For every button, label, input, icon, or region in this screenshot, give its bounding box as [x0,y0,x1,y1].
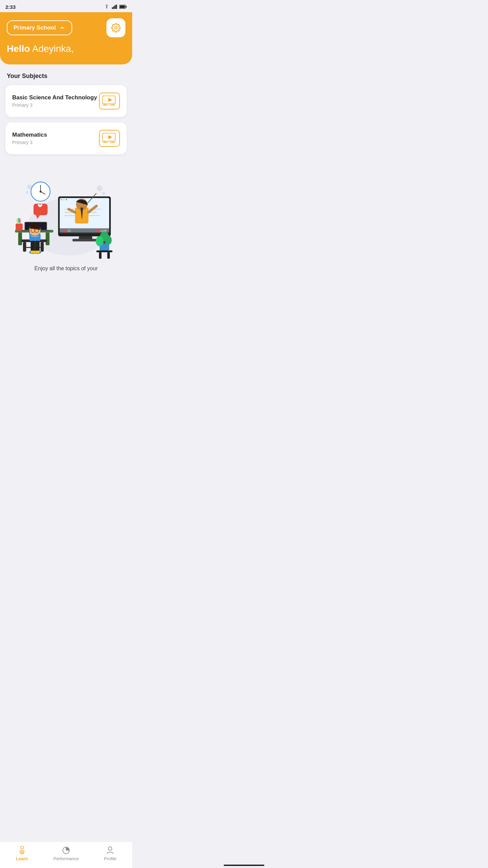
svg-text:72: 72 [67,229,71,233]
header-top: Primary School [7,18,125,37]
svg-rect-5 [120,5,125,8]
svg-rect-47 [35,241,40,252]
section-title: Your Subjects [0,73,132,80]
greeting-name: Adeyinka, [32,43,74,54]
svg-rect-81 [97,250,113,252]
svg-line-52 [19,218,19,222]
svg-marker-9 [108,98,113,102]
svg-rect-55 [35,251,40,253]
subject-name-1: Mathematics [12,132,47,138]
svg-rect-83 [107,252,110,259]
subject-level-1: Primary 3 [12,140,47,145]
status-bar: 2:33 [0,0,132,12]
subject-info-0: Basic Science And Technology Primary 3 [12,94,97,108]
illustration-container: 72 LIVE <> [5,166,127,261]
svg-point-27 [97,185,102,191]
svg-rect-33 [46,233,49,245]
svg-rect-59 [73,239,99,241]
gear-icon [111,23,121,33]
svg-rect-54 [30,251,35,253]
illustration-caption: Enjoy all the topics of your [35,265,98,275]
subject-level-0: Primary 3 [12,102,97,108]
school-selector[interactable]: Primary School [7,20,72,35]
svg-point-73 [97,229,100,232]
svg-line-51 [17,219,18,223]
status-time: 2:33 [5,4,16,10]
wifi-icon [104,4,110,9]
illustration-svg: 72 LIVE <> [5,166,127,261]
svg-point-24 [40,191,42,193]
battery-icon [119,5,127,9]
svg-point-7 [115,27,117,29]
illustration-section: 72 LIVE <> Enjoy all the topics of yo [0,160,132,275]
svg-marker-15 [108,135,113,139]
svg-text:<>: <> [60,197,64,200]
greeting-prefix: Hello [7,43,30,54]
svg-point-26 [26,191,28,194]
svg-point-71 [63,229,66,232]
svg-rect-87 [103,241,105,244]
signal-icon [112,4,117,9]
svg-point-85 [96,236,104,246]
school-selector-text: Primary School [14,24,56,31]
subject-card-1[interactable]: Mathematics Primary 3 [5,122,127,154]
greeting: Hello Adeyinka, [7,43,125,54]
subject-info-1: Mathematics Primary 3 [12,132,47,145]
chevron-up-icon [59,25,65,31]
status-icons [104,4,127,9]
svg-rect-6 [126,6,127,7]
header: Primary School Hello Adeyinka, [0,12,132,64]
svg-rect-3 [116,5,117,9]
svg-rect-82 [99,252,102,259]
svg-rect-2 [115,5,116,9]
video-screen-icon-2 [102,133,117,144]
svg-point-78 [66,199,67,200]
svg-rect-0 [112,7,113,9]
svg-point-25 [27,184,32,189]
subject-name-0: Basic Science And Technology [12,94,97,101]
svg-rect-36 [41,242,44,252]
svg-rect-50 [16,223,23,231]
video-screen-icon [102,95,117,107]
subject-icon-1 [99,130,120,147]
svg-rect-35 [23,242,26,252]
svg-rect-1 [113,6,114,9]
svg-rect-32 [18,233,22,245]
svg-line-53 [20,218,20,223]
svg-point-86 [105,236,112,244]
svg-point-28 [102,192,105,195]
svg-rect-46 [30,241,35,252]
settings-button[interactable] [106,18,125,37]
subject-card-0[interactable]: Basic Science And Technology Primary 3 [5,85,127,117]
subject-icon-0 [99,93,120,110]
